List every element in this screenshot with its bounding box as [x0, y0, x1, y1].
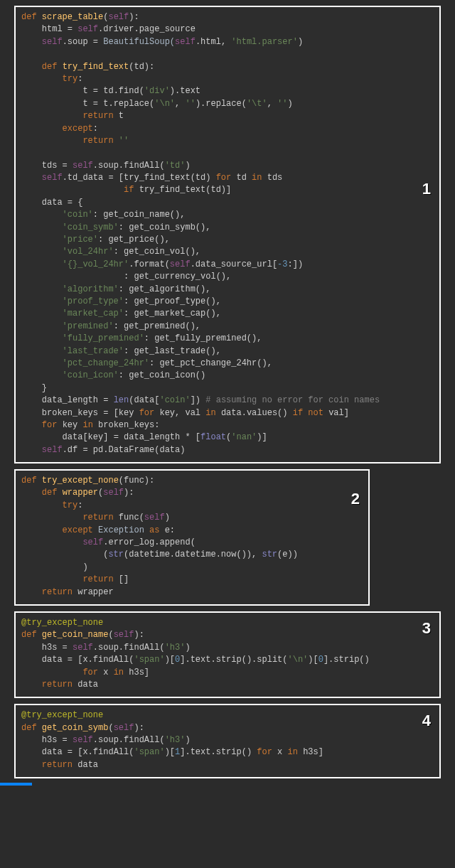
code-token: except	[63, 124, 93, 134]
code-content: def scrape_table(self): html = self.driv…	[21, 11, 434, 456]
code-token: ):	[134, 630, 144, 640]
code-token: except	[63, 525, 98, 535]
code-block-3: 3@try_except_none def get_coin_name(self…	[14, 611, 441, 698]
code-token: ''	[185, 99, 195, 109]
code-token: ].text.strip().split(	[180, 655, 287, 665]
code-token: :	[93, 124, 98, 134]
code-token: val	[185, 408, 205, 418]
code-token: ):	[124, 488, 134, 498]
code-token: =	[108, 173, 118, 183]
code-token: in	[82, 420, 98, 430]
code-token: }	[21, 383, 47, 393]
code-token: h3s	[21, 735, 63, 745]
code-token: (	[108, 630, 113, 640]
code-token: :	[77, 74, 82, 84]
code-token: return	[82, 136, 118, 146]
code-token: : get_coin_vol(),	[114, 247, 200, 257]
code-token: self	[114, 630, 134, 640]
code-token: '\n'	[288, 655, 309, 665]
code-token: self	[42, 445, 63, 455]
code-token: [	[196, 432, 200, 442]
code-token: return	[82, 574, 118, 584]
code-token: =	[63, 161, 73, 171]
code-token: '\t'	[247, 99, 267, 109]
code-token	[21, 537, 82, 547]
code-token: ,	[175, 408, 185, 418]
code-token: *	[185, 432, 195, 442]
code-token: 'fully_premined'	[63, 333, 144, 343]
code-token: 'html.parser'	[231, 37, 298, 47]
code-token	[21, 124, 63, 134]
code-token: =	[103, 395, 113, 405]
code-token: val]	[328, 408, 349, 418]
code-token: =	[63, 735, 73, 745]
code-token: (e))	[277, 550, 298, 559]
code-token: )	[298, 37, 303, 47]
code-token	[21, 680, 42, 690]
code-token: h3s]	[303, 747, 323, 757]
code-token: ).text	[170, 86, 200, 96]
code-token: func(	[119, 513, 144, 523]
code-token: key	[159, 408, 175, 418]
code-token	[21, 525, 63, 535]
code-token: # assuming no error for coin names	[205, 395, 380, 405]
code-token	[21, 309, 63, 318]
code-token: self	[175, 37, 196, 47]
code-token: def	[21, 12, 42, 22]
code-block-2: 2def try_except_none(func): def wrapper(…	[14, 469, 370, 606]
code-block-4: 4@try_except_none def get_coin_symb(self…	[14, 704, 441, 778]
code-token: broken_keys	[21, 408, 103, 418]
code-token: if not	[293, 408, 328, 418]
code-token	[21, 235, 63, 245]
code-token: return	[42, 680, 77, 690]
code-token: try	[63, 74, 78, 84]
code-token: -3	[277, 259, 287, 269]
code-token: self	[73, 643, 93, 653]
code-token: [x.findAll(	[77, 655, 134, 665]
code-token	[21, 74, 63, 84]
code-token: 'coin'	[63, 210, 93, 220]
code-token: : get_premined(),	[114, 321, 200, 331]
code-token: return	[42, 587, 77, 597]
code-token: 'algorithm'	[63, 284, 119, 294]
code-token	[21, 500, 63, 510]
code-token: :	[77, 500, 82, 510]
code-token: def	[42, 488, 63, 498]
code-token: .df	[63, 445, 83, 455]
code-token: for	[139, 408, 160, 418]
code-token: html	[21, 24, 68, 34]
code-token: t	[21, 99, 93, 109]
code-token: (	[21, 550, 108, 559]
code-token: data	[21, 655, 68, 665]
code-token: : get_currency_vol(),	[21, 272, 231, 282]
code-token	[21, 513, 82, 523]
code-token: self	[77, 24, 98, 34]
code-token: '{}_vol_24hr'	[63, 259, 129, 269]
code-token: data[key]	[21, 432, 114, 442]
code-token: =	[68, 747, 77, 757]
code-token: 'div'	[144, 86, 170, 96]
code-token: h3s]	[129, 668, 149, 677]
code-token: self	[103, 488, 124, 498]
code-token	[21, 185, 124, 195]
code-token: =	[82, 445, 92, 455]
code-token: ].text.strip()	[180, 747, 257, 757]
code-token: =	[93, 86, 103, 96]
code-token: as	[149, 525, 165, 535]
code-token: : get_coin_name(),	[93, 210, 186, 220]
code-token: ''	[277, 99, 287, 109]
code-token: get_coin_name	[42, 630, 109, 640]
code-token: data	[77, 680, 98, 690]
code-token: t.replace(	[103, 99, 154, 109]
code-token: ,	[221, 37, 231, 47]
code-token: self	[73, 735, 93, 745]
code-token: x	[103, 668, 113, 677]
code-token: return	[82, 111, 118, 121]
code-token: in	[288, 747, 304, 757]
code-token: for	[216, 173, 237, 183]
code-token: self	[170, 259, 191, 269]
code-token: : get_algorithm(),	[119, 284, 211, 294]
code-token: def	[21, 476, 42, 486]
code-token: broken_keys:	[98, 420, 159, 430]
code-token: 'market_cap'	[63, 309, 124, 318]
